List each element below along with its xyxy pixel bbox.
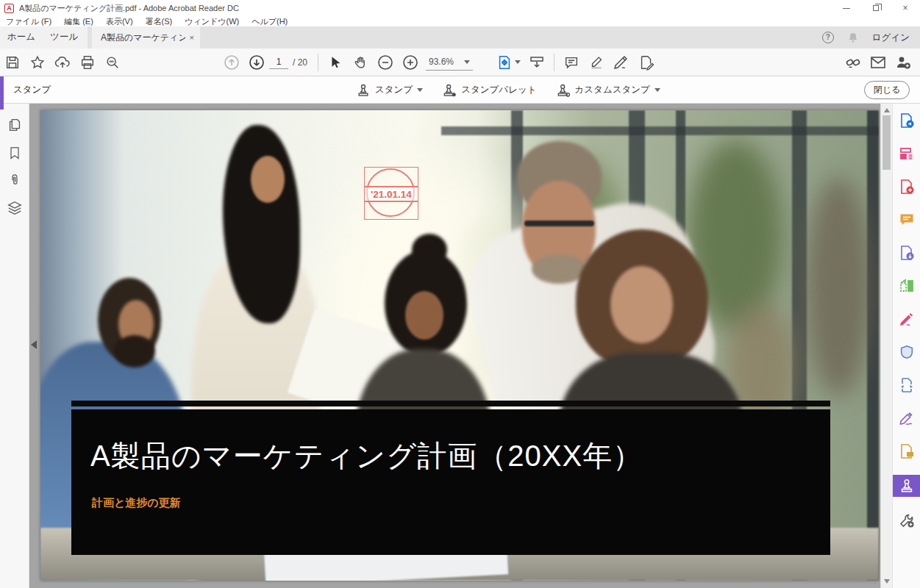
chevron-down-icon	[515, 60, 521, 64]
organize-pages-icon[interactable]	[893, 276, 920, 295]
menu-edit[interactable]: 編集 (E)	[64, 16, 93, 27]
stamp-dropdown-button[interactable]: スタンプ	[352, 80, 427, 101]
comment-tool-button[interactable]	[559, 51, 584, 74]
login-button[interactable]: ログイン	[872, 32, 910, 44]
document-tab-label: A製品のマーケティング...	[101, 32, 185, 44]
add-person-button[interactable]	[891, 51, 916, 74]
stamp-toolbar-title: スタンプ	[13, 84, 51, 96]
protect-icon[interactable]	[893, 343, 920, 362]
email-button[interactable]	[866, 51, 891, 74]
pdf-page[interactable]: A製品のマーケティング計画（20XX年） 計画と進捗の更新 '21.01.14	[40, 110, 879, 581]
tab-tools[interactable]: ツール	[43, 26, 85, 49]
slide-title: A製品のマーケティング計画（20XX年）	[90, 436, 643, 476]
help-icon[interactable]: ?	[822, 32, 834, 43]
restore-button[interactable]	[861, 0, 891, 16]
page-number-input[interactable]	[269, 56, 288, 69]
person-man-left-beard	[114, 335, 155, 368]
menu-view[interactable]: 表示(V)	[106, 16, 133, 27]
slide-subtitle: 計画と進捗の更新	[92, 496, 181, 510]
fill-and-sign-panel-icon[interactable]	[893, 309, 920, 329]
tab-home[interactable]: ホーム	[0, 26, 43, 49]
tab-group: ホーム ツール	[0, 26, 88, 49]
custom-stamp-button[interactable]: カスタムスタンプ	[552, 80, 665, 101]
more-tools-icon[interactable]	[893, 511, 920, 530]
tab-close-icon[interactable]: ×	[190, 33, 194, 42]
vertical-scrollbar[interactable]	[880, 104, 892, 588]
share-link-button[interactable]	[841, 51, 866, 74]
minimize-button[interactable]	[832, 0, 861, 16]
menu-help[interactable]: ヘルプ(H)	[252, 16, 288, 27]
zoom-out-button[interactable]	[373, 51, 398, 74]
zoom-level-value: 93.6%	[429, 57, 454, 67]
stamp-button-label: スタンプ	[375, 84, 413, 96]
person-man-standing-glasses	[524, 220, 594, 226]
stamp-toolbar-accent	[0, 76, 4, 110]
scrollbar-thumb[interactable]	[882, 115, 891, 170]
zoom-in-button[interactable]	[398, 51, 423, 74]
toolbar-separator	[554, 54, 555, 71]
stamp-palette-icon	[442, 83, 457, 98]
edit-pdf-tool-button[interactable]	[634, 51, 659, 74]
send-for-review-icon[interactable]	[893, 442, 920, 461]
search-icon[interactable]	[100, 51, 125, 74]
stamp-panel-icon[interactable]	[893, 475, 920, 497]
comment-panel-icon[interactable]	[893, 210, 920, 229]
star-button[interactable]	[25, 51, 50, 74]
bookmarks-icon[interactable]	[7, 146, 22, 160]
stamp-icon	[356, 83, 371, 98]
acrobat-app-icon: A	[4, 4, 14, 13]
date-stamp-band: '21.01.14	[365, 186, 418, 202]
close-button[interactable]: ×	[891, 0, 920, 16]
menu-sign[interactable]: 署名(S)	[146, 16, 173, 27]
menu-window[interactable]: ウィンドウ(W)	[185, 16, 239, 27]
save-button[interactable]	[0, 51, 25, 74]
reading-mode-button[interactable]	[524, 51, 549, 74]
main-toolbar: / 20 93.6%	[0, 49, 920, 76]
document-viewport[interactable]: A製品のマーケティング計画（20XX年） 計画と進捗の更新 '21.01.14	[29, 104, 880, 588]
person-woman-center-face	[405, 291, 443, 340]
print-button[interactable]	[75, 51, 100, 74]
window-frame	[867, 110, 879, 581]
attachments-icon[interactable]	[7, 173, 22, 187]
tab-bar-right: ? ログイン	[822, 26, 914, 49]
page-thumbnails-icon[interactable]	[7, 117, 23, 133]
upload-cloud-button[interactable]	[50, 51, 75, 74]
combine-files-icon[interactable]	[893, 243, 920, 262]
chevron-down-icon	[417, 88, 423, 92]
person-woman-standing-face	[251, 156, 285, 203]
previous-page-button[interactable]	[219, 51, 244, 74]
fill-and-sign-button[interactable]	[609, 51, 634, 74]
select-tool-button[interactable]	[323, 51, 348, 74]
highlight-tool-button[interactable]	[584, 51, 609, 74]
tab-document[interactable]: A製品のマーケティング... ×	[92, 26, 200, 49]
stamp-toolbar-buttons: スタンプ スタンプパレット カスタムスタンプ	[352, 76, 665, 104]
window-frame-top	[441, 126, 879, 135]
zoom-level-combo[interactable]: 93.6%	[426, 54, 473, 71]
scroll-up-arrow[interactable]	[884, 108, 890, 112]
restore-icon	[873, 5, 879, 11]
chevron-down-icon	[655, 88, 660, 92]
title-banner: A製品のマーケティング計画（20XX年） 計画と進捗の更新	[71, 409, 830, 555]
certificates-icon[interactable]	[893, 409, 920, 428]
export-pdf-icon[interactable]	[893, 111, 920, 130]
stamp-palette-label: スタンプパレット	[461, 84, 536, 96]
minimize-icon	[843, 8, 850, 9]
title-bar: A A製品のマーケティング計画.pdf - Adobe Acrobat Read…	[0, 0, 920, 16]
foliage	[805, 176, 871, 397]
next-page-button[interactable]	[244, 51, 269, 74]
close-stamp-toolbar-button[interactable]: 閉じる	[864, 81, 910, 99]
compress-pdf-icon[interactable]	[893, 376, 920, 395]
date-stamp-annotation[interactable]: '21.01.14	[364, 167, 418, 220]
hand-tool-button[interactable]	[348, 51, 373, 74]
edit-pdf-icon[interactable]	[893, 144, 920, 163]
stamp-palette-button[interactable]: スタンプパレット	[438, 80, 541, 101]
notifications-bell-icon[interactable]	[847, 32, 859, 43]
date-stamp-text: '21.01.14	[371, 189, 412, 200]
custom-stamp-label: カスタムスタンプ	[575, 84, 650, 96]
scroll-down-arrow[interactable]	[884, 579, 890, 584]
menu-file[interactable]: ファイル (F)	[6, 16, 51, 27]
layers-icon[interactable]	[7, 200, 23, 216]
create-pdf-icon[interactable]	[893, 177, 920, 196]
collapse-panel-arrow[interactable]	[31, 340, 37, 349]
fit-one-page-button[interactable]	[492, 51, 524, 74]
